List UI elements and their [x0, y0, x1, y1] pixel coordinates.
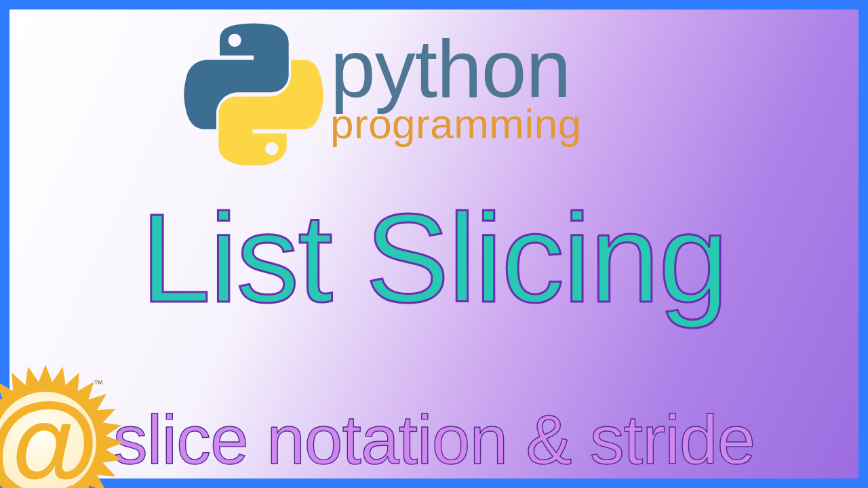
- thumbnail-frame: python programming List Slicing slice no…: [0, 0, 868, 488]
- python-logo-icon: [182, 23, 325, 165]
- subtitle: slice notation & stride: [9, 405, 859, 474]
- channel-badge: @ ™: [0, 365, 123, 488]
- python-logo-block: python programming: [182, 23, 582, 165]
- brand-word: python: [330, 30, 582, 107]
- brand-subword: programming: [330, 103, 582, 145]
- trademark-symbol: ™: [94, 378, 103, 389]
- main-title: List Slicing: [9, 195, 859, 321]
- python-wordmark: python programming: [330, 30, 582, 145]
